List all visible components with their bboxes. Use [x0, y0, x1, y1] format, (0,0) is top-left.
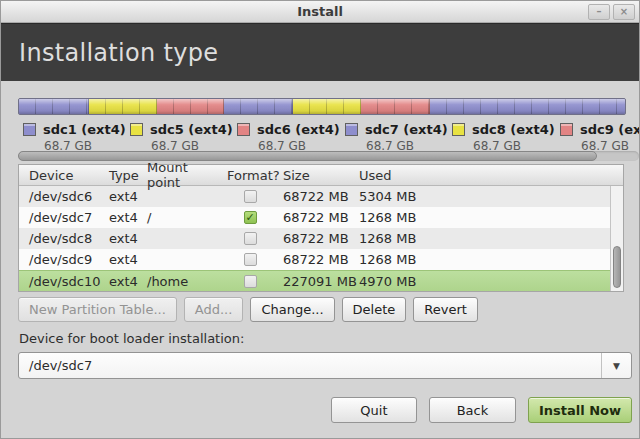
back-button[interactable]: Back: [429, 397, 516, 423]
legend-item-sdc7: sdc7 (ext4) 68.7 GB: [345, 119, 448, 151]
minimize-button[interactable]: –: [588, 4, 610, 20]
partition-segment-sdc10: [430, 99, 625, 114]
table-header: Device Type Mount point Format? Size Use…: [19, 165, 623, 186]
color-swatch: [130, 123, 143, 136]
color-swatch: [560, 123, 573, 136]
partition-table: Device Type Mount point Format? Size Use…: [18, 164, 624, 292]
horizontal-scrollbar-thumb[interactable]: [18, 151, 597, 161]
table-row-sdc8[interactable]: /dev/sdc8 ext4 ✓ 68722 MB 1268 MB: [19, 228, 611, 249]
column-header-mount-point[interactable]: Mount point: [145, 160, 225, 190]
format-checkbox[interactable]: ✓: [244, 190, 257, 203]
page-title: Installation type: [19, 39, 218, 67]
legend-item-sdc9: sdc9 (ext4) 68.7 GB: [560, 119, 640, 151]
delete-button[interactable]: Delete: [342, 297, 407, 322]
format-checkbox[interactable]: ✓: [244, 253, 257, 266]
bootloader-label: Device for boot loader installation:: [19, 331, 244, 346]
format-checkbox[interactable]: ✓: [244, 211, 257, 224]
color-swatch: [345, 123, 358, 136]
add-button[interactable]: Add...: [184, 297, 244, 322]
install-now-button[interactable]: Install Now: [528, 397, 632, 423]
legend-item-sdc8: sdc8 (ext4) 68.7 GB: [452, 119, 555, 151]
legend-item-sdc6: sdc6 (ext4) 68.7 GB: [237, 119, 340, 151]
partition-bar: [18, 98, 626, 115]
format-checkbox[interactable]: ✓: [244, 232, 257, 245]
column-header-format[interactable]: Format?: [225, 168, 281, 183]
window-title: Install: [297, 4, 343, 19]
column-header-size[interactable]: Size: [281, 168, 357, 183]
window-controls: – ×: [588, 4, 635, 20]
vertical-scrollbar[interactable]: [610, 186, 623, 291]
change-button[interactable]: Change...: [250, 297, 334, 322]
bootloader-device-select[interactable]: /dev/sdc7 ▼: [18, 352, 632, 379]
minimize-icon: –: [597, 7, 602, 17]
bootloader-device-value: /dev/sdc7: [19, 358, 601, 373]
quit-button[interactable]: Quit: [331, 397, 417, 423]
partition-segment-sdc8: [293, 99, 361, 114]
partition-segment-sdc1: [19, 99, 89, 114]
format-checkbox[interactable]: ✓: [244, 275, 257, 288]
color-swatch: [23, 123, 36, 136]
color-swatch: [452, 123, 465, 136]
partition-segment-sdc6: [157, 99, 225, 114]
table-row-sdc10[interactable]: /dev/sdc10 ext4 /home ✓ 227091 MB 4970 M…: [19, 270, 611, 291]
horizontal-scrollbar[interactable]: [18, 151, 639, 161]
column-header-device[interactable]: Device: [19, 168, 107, 183]
partition-legend: sdc1 (ext4) 68.7 GB sdc5 (ext4) 68.7 GB …: [18, 119, 640, 151]
chevron-down-icon[interactable]: ▼: [601, 353, 631, 378]
partition-segment-sdc9: [361, 99, 430, 114]
table-row-sdc9[interactable]: /dev/sdc9 ext4 ✓ 68722 MB 1268 MB: [19, 249, 611, 270]
vertical-scrollbar-thumb[interactable]: [613, 246, 621, 288]
close-button[interactable]: ×: [613, 4, 635, 20]
close-icon: ×: [620, 7, 628, 17]
install-window: Install – × Installation type sdc1 (ext4…: [0, 0, 640, 439]
legend-item-sdc1: sdc1 (ext4) 68.7 GB: [23, 119, 126, 151]
revert-button[interactable]: Revert: [413, 297, 478, 322]
column-header-type[interactable]: Type: [107, 168, 145, 183]
titlebar: Install – ×: [1, 1, 639, 23]
partition-segment-sdc5: [89, 99, 157, 114]
new-partition-table-button[interactable]: New Partition Table...: [18, 297, 177, 322]
page-header: Installation type: [1, 23, 639, 81]
partition-segment-sdc7: [224, 99, 293, 114]
table-row-sdc7[interactable]: /dev/sdc7 ext4 / ✓ 68722 MB 1268 MB: [19, 207, 611, 228]
check-icon: ✓: [245, 212, 254, 223]
legend-item-sdc5: sdc5 (ext4) 68.7 GB: [130, 119, 233, 151]
column-header-used[interactable]: Used: [357, 168, 429, 183]
table-row-sdc6[interactable]: /dev/sdc6 ext4 ✓ 68722 MB 5304 MB: [19, 186, 611, 207]
footer-actions: Quit Back Install Now: [1, 397, 632, 423]
color-swatch: [237, 123, 250, 136]
partition-actions: New Partition Table... Add... Change... …: [18, 297, 478, 322]
